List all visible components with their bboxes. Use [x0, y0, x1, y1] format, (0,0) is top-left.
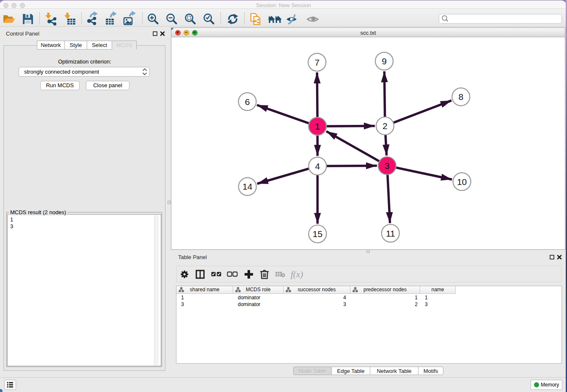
svg-text:11: 11: [386, 229, 395, 238]
svg-text:10: 10: [457, 177, 467, 187]
svg-text:14: 14: [242, 182, 253, 191]
svg-text:1: 1: [315, 121, 320, 131]
svg-text:f(x): f(x): [291, 269, 303, 279]
svg-text:2: 2: [383, 121, 388, 131]
svg-text:4: 4: [315, 161, 320, 171]
svg-text:7: 7: [314, 58, 319, 67]
svg-text:6: 6: [245, 97, 250, 107]
svg-text:8: 8: [458, 92, 463, 102]
svg-text:15: 15: [313, 229, 322, 239]
svg-text:3: 3: [385, 161, 390, 171]
svg-text:9: 9: [382, 56, 387, 66]
